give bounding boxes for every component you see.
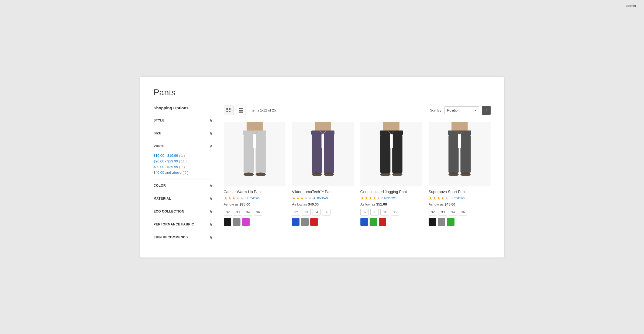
filter-header-erin_recommends[interactable]: ERIN RECOMMENDS∨ [154, 231, 213, 244]
color-swatch[interactable] [292, 218, 299, 226]
filter-header-color[interactable]: COLOR∨ [154, 179, 213, 192]
size-badge[interactable]: 36 [391, 209, 399, 215]
star-filled-icon: ★ [364, 196, 368, 201]
price-count: ( 7 ) [179, 165, 185, 169]
reviews-link[interactable]: 2 Reviews [381, 196, 396, 200]
color-swatch[interactable] [224, 218, 231, 226]
reviews-link[interactable]: 3 Reviews [313, 196, 328, 200]
size-options: 32333436 [360, 209, 399, 215]
filter-section-eco_collection: ECO COLLECTION∨ [154, 205, 213, 218]
size-badge[interactable]: 33 [439, 209, 447, 215]
size-badge[interactable]: 33 [234, 209, 242, 215]
star-half-icon: ★ [300, 196, 304, 201]
chevron-price-icon: ∨ [209, 144, 213, 149]
sort-select[interactable]: PositionProduct NamePrice [444, 106, 479, 114]
size-badge[interactable]: 33 [302, 209, 310, 215]
price-value: $51.00 [376, 202, 387, 206]
size-badge[interactable]: 36 [459, 209, 467, 215]
size-badge[interactable]: 34 [312, 209, 321, 215]
grid-view-button[interactable] [224, 106, 233, 115]
color-swatch[interactable] [233, 218, 240, 226]
size-badge[interactable]: 36 [322, 209, 330, 215]
product-price: As low as $35.00 [224, 202, 250, 206]
svg-rect-11 [253, 134, 256, 148]
size-badge[interactable]: 32 [292, 209, 300, 215]
svg-rect-4 [239, 108, 243, 109]
size-badge[interactable]: 34 [380, 209, 389, 215]
star-empty-icon: ★ [240, 196, 244, 201]
filter-section-style: STYLE∨ [154, 114, 213, 127]
filter-section-material: MATERIAL∨ [154, 192, 213, 205]
reviews-link[interactable]: 3 Reviews [450, 196, 464, 200]
price-count: ( 11 ) [179, 159, 187, 163]
star-filled-icon: ★ [224, 196, 228, 201]
svg-rect-25 [383, 122, 399, 131]
svg-rect-0 [226, 108, 228, 110]
svg-rect-37 [460, 134, 471, 173]
svg-rect-34 [452, 122, 468, 131]
size-badge[interactable]: 32 [429, 209, 437, 215]
star-half-icon: ★ [373, 196, 376, 201]
star-empty-icon: ★ [377, 196, 380, 201]
filter-header-eco_collection[interactable]: ECO COLLECTION∨ [154, 205, 213, 218]
size-badge[interactable]: 36 [254, 209, 262, 215]
svg-rect-1 [229, 108, 230, 110]
size-badge[interactable]: 32 [224, 209, 232, 215]
svg-rect-7 [246, 122, 263, 131]
price-filter-link[interactable]: $20.00 - $29.99 ( 11 ) [154, 158, 213, 164]
size-badge[interactable]: 33 [370, 209, 379, 215]
product-card: Supernova Sport Pant★★★★★3 ReviewsAs low… [429, 122, 491, 226]
star-half-icon: ★ [232, 196, 236, 201]
list-view-button[interactable] [236, 106, 246, 115]
star-empty-icon: ★ [308, 196, 312, 201]
color-options [224, 218, 250, 226]
filter-header-material[interactable]: MATERIAL∨ [154, 192, 213, 205]
product-price: As low as $46.00 [292, 202, 319, 206]
filter-header-size[interactable]: SIZE∨ [154, 127, 213, 140]
sort-ascending-button[interactable]: ↑ [482, 106, 491, 115]
stars: ★★★★★ [429, 196, 449, 201]
color-swatch[interactable] [310, 218, 318, 226]
color-swatch[interactable] [447, 218, 454, 226]
products-grid: Caesar Warm-Up Pant★★★★★3 ReviewsAs low … [224, 122, 491, 226]
product-image-wrap [360, 122, 422, 186]
svg-rect-6 [239, 112, 243, 113]
color-swatch[interactable] [438, 218, 445, 226]
price-value: $45.00 [445, 202, 455, 206]
color-swatch[interactable] [360, 218, 368, 226]
reviews-link[interactable]: 3 Reviews [245, 196, 260, 200]
price-filter-link[interactable]: $10.00 - $19.99 ( 1 ) [154, 153, 213, 158]
color-swatch[interactable] [242, 218, 250, 226]
price-filter-link[interactable]: $40.00 and above ( 6 ) [154, 170, 213, 175]
filter-header-performance_fabric[interactable]: PERFORMANCE FABRIC∨ [154, 218, 213, 231]
svg-point-14 [243, 172, 254, 176]
svg-point-15 [256, 172, 266, 176]
filter-section-price: PRICE∨$10.00 - $19.99 ( 1 )$20.00 - $29.… [154, 140, 213, 179]
product-name: Supernova Sport Pant [429, 190, 466, 194]
color-swatch[interactable] [370, 218, 377, 226]
sort-label: Sort By [430, 108, 442, 112]
price-filter-link[interactable]: $30.00 - $39.99 ( 7 ) [154, 164, 213, 170]
color-swatch[interactable] [429, 218, 436, 226]
color-swatch[interactable] [379, 218, 386, 226]
size-badge[interactable]: 34 [449, 209, 457, 215]
star-empty-icon: ★ [236, 196, 240, 201]
color-swatch[interactable] [301, 218, 309, 226]
main-card: Pants Shopping Options STYLE∨SIZE∨PRICE∨… [140, 77, 504, 258]
filter-section-size: SIZE∨ [154, 127, 213, 140]
size-badge[interactable]: 32 [360, 209, 369, 215]
product-card: Caesar Warm-Up Pant★★★★★3 ReviewsAs low … [224, 122, 286, 226]
size-badge[interactable]: 34 [244, 209, 252, 215]
filter-header-price[interactable]: PRICE∨ [154, 140, 213, 153]
price-value: $46.00 [308, 202, 319, 206]
stars: ★★★★★ [224, 196, 244, 201]
svg-rect-18 [312, 134, 322, 173]
product-rating: ★★★★★2 Reviews [360, 196, 396, 201]
star-filled-icon: ★ [437, 196, 440, 201]
filter-label-size: SIZE [154, 131, 161, 135]
filter-header-style[interactable]: STYLE∨ [154, 114, 213, 127]
svg-point-23 [312, 172, 322, 176]
svg-rect-20 [322, 134, 324, 148]
filter-section-erin_recommends: ERIN RECOMMENDS∨ [154, 231, 213, 244]
product-price: As low as $51.00 [360, 202, 387, 206]
